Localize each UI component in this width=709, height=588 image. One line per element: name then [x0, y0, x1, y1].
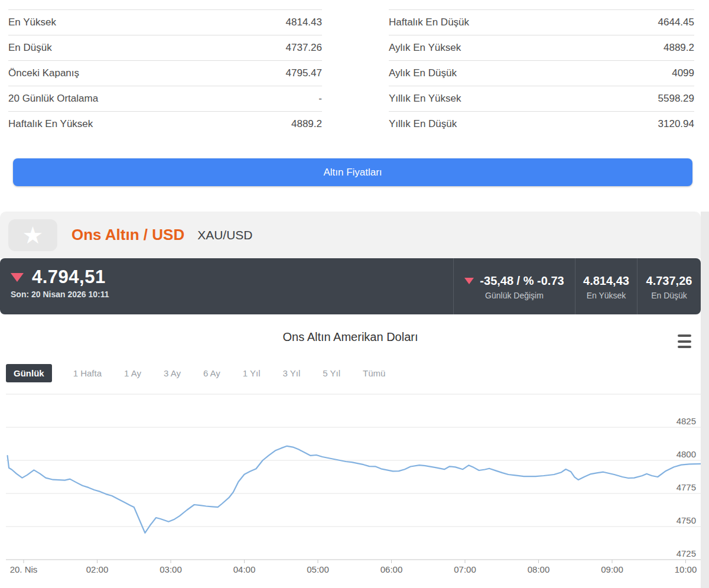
stat-value: 4737.26 — [286, 42, 322, 54]
last-update-text: Son: 20 Nisan 2026 10:11 — [11, 290, 453, 299]
price-line-series — [8, 446, 701, 533]
timeframe-tabs: Günlük1 Hafta1 Ay3 Ay6 Ay1 Yıl3 Yıl5 Yıl… — [6, 364, 386, 382]
tab-gunluk[interactable]: Günlük — [6, 364, 52, 382]
stat-value: 4644.45 — [658, 17, 694, 28]
stat-label: 20 Günlük Ortalama — [8, 93, 98, 105]
y-tick-label: 4775 — [677, 482, 696, 492]
x-tick-label: 05:00 — [307, 564, 329, 574]
daily-change-value: -35,48 / % -0.73 — [480, 274, 564, 288]
stat-row: Yıllık En Yüksek5598.29 — [389, 86, 694, 111]
y-tick-label: 4750 — [677, 515, 696, 525]
stat-value: 5598.29 — [658, 93, 694, 105]
price-chart[interactable]: 20. Nis02:0003:0004:0005:0006:0007:0008:… — [0, 314, 701, 588]
stat-label: Aylık En Yüksek — [389, 42, 461, 54]
stat-row: En Yüksek4814.43 — [8, 9, 322, 35]
x-tick-label: 04:00 — [233, 564, 256, 574]
stat-row: Haftalık En Düşük4644.45 — [389, 9, 694, 35]
stat-row: Haftalık En Yüksek4889.2 — [8, 111, 322, 137]
tab-tumu[interactable]: Tümü — [362, 364, 386, 382]
tab-3-ay[interactable]: 3 Ay — [162, 364, 182, 382]
favorite-star-button[interactable]: ★ — [8, 219, 57, 251]
stat-value: 4889.2 — [664, 42, 694, 54]
day-high-cell: 4.814,43 En Yüksek — [575, 258, 637, 314]
tab-3-yil[interactable]: 3 Yıl — [282, 364, 302, 382]
stat-value: 4795.47 — [286, 67, 322, 79]
y-tick-label: 4725 — [677, 548, 696, 558]
day-low-value: 4.737,26 — [646, 274, 692, 288]
daily-change-label: Günlük Değişim — [485, 291, 544, 300]
price-down-triangle-icon — [11, 273, 24, 282]
day-high-label: En Yüksek — [587, 291, 626, 300]
stat-label: En Yüksek — [8, 17, 56, 28]
chart-section: 20. Nis02:0003:0004:0005:0006:0007:0008:… — [0, 314, 701, 588]
y-tick-label: 4825 — [677, 416, 696, 426]
stats-table-right: Haftalık En Düşük4644.45Aylık En Yüksek4… — [389, 9, 694, 137]
tab-5-yil[interactable]: 5 Yıl — [321, 364, 342, 382]
day-high-value: 4.814,43 — [583, 274, 629, 288]
stat-label: En Düşük — [8, 42, 52, 54]
stat-label: Haftalık En Düşük — [389, 17, 469, 28]
chart-title: Ons Altın Amerikan Doları — [0, 330, 701, 344]
page-gutter — [701, 212, 709, 588]
x-tick-label: 07:00 — [454, 564, 476, 574]
stat-row: Yıllık En Düşük3120.94 — [389, 111, 694, 137]
stat-value: 4099 — [672, 67, 694, 79]
stat-row: Aylık En Düşük4099 — [389, 60, 694, 86]
stat-label: Yıllık En Düşük — [389, 118, 457, 130]
stat-value: - — [318, 93, 322, 105]
x-tick-label: 03:00 — [160, 564, 182, 574]
x-tick-label: 10:00 — [675, 564, 697, 574]
stats-table-left: En Yüksek4814.43En Düşük4737.26Önceki Ka… — [8, 9, 322, 137]
ticker-price-block: 4.794,51 Son: 20 Nisan 2026 10:11 — [0, 258, 453, 314]
change-down-triangle-icon — [464, 278, 474, 284]
stat-row: 20 Günlük Ortalama- — [8, 86, 322, 111]
instrument-title: Ons Altın / USD — [71, 226, 184, 244]
stat-label: Yıllık En Yüksek — [389, 93, 461, 105]
gold-prices-button[interactable]: Altın Fiyatları — [13, 158, 692, 186]
daily-change-cell: -35,48 / % -0.73 Günlük Değişim — [453, 258, 575, 314]
instrument-header: ★ Ons Altın / USD XAU/USD — [0, 212, 701, 258]
x-tick-label: 06:00 — [380, 564, 403, 574]
stat-value: 4814.43 — [286, 17, 322, 28]
x-tick-label: 08:00 — [528, 564, 550, 574]
chart-menu-icon[interactable] — [678, 334, 691, 348]
stat-row: En Düşük4737.26 — [8, 35, 322, 60]
stat-row: Önceki Kapanış4795.47 — [8, 60, 322, 86]
tab-1-hafta[interactable]: 1 Hafta — [72, 364, 103, 382]
x-tick-label: 02:00 — [86, 564, 109, 574]
ticker-bar: 4.794,51 Son: 20 Nisan 2026 10:11 -35,48… — [0, 258, 701, 314]
stat-value: 4889.2 — [291, 118, 322, 130]
tab-1-yil[interactable]: 1 Yıl — [242, 364, 262, 382]
x-tick-label: 20. Nis — [10, 564, 38, 574]
x-tick-label: 09:00 — [601, 564, 623, 574]
instrument-code: XAU/USD — [197, 228, 252, 242]
tab-1-ay[interactable]: 1 Ay — [123, 364, 142, 382]
stat-value: 3120.94 — [658, 118, 694, 130]
tab-6-ay[interactable]: 6 Ay — [202, 364, 222, 382]
current-price: 4.794,51 — [32, 267, 106, 288]
star-icon: ★ — [22, 223, 44, 247]
stat-row: Aylık En Yüksek4889.2 — [389, 35, 694, 60]
day-low-cell: 4.737,26 En Düşük — [637, 258, 701, 314]
gold-price-page: En Yüksek4814.43En Düşük4737.26Önceki Ka… — [0, 0, 709, 588]
stat-label: Aylık En Düşük — [389, 67, 457, 79]
stat-label: Haftalık En Yüksek — [8, 118, 93, 130]
stat-label: Önceki Kapanış — [8, 67, 79, 79]
day-low-label: En Düşük — [651, 291, 687, 300]
y-tick-label: 4800 — [677, 449, 696, 459]
